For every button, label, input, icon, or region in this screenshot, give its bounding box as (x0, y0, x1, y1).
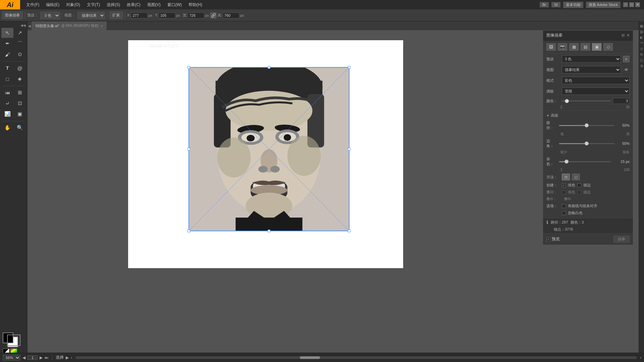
window-minimize[interactable]: − (623, 2, 628, 7)
handle-top-right[interactable] (348, 66, 351, 69)
option2-checkbox[interactable] (562, 211, 566, 215)
handle-middle-right[interactable] (348, 148, 351, 150)
menu-file[interactable]: 文件(F) (23, 1, 43, 9)
trace-panel-min-btn[interactable]: ⊟ (622, 33, 625, 38)
spiral-tool[interactable]: @ (14, 63, 26, 73)
menu-text[interactable]: 文字(T) (84, 1, 103, 9)
trace-mode-gray[interactable]: ▤ (581, 43, 590, 51)
zoom-tool[interactable]: 🔍 (14, 123, 26, 133)
scroll-bar[interactable] (75, 356, 637, 359)
preview-checkbox[interactable] (546, 237, 550, 241)
color-value-input[interactable]: 3 (613, 98, 630, 104)
select-tool[interactable]: ↖ (1, 28, 13, 38)
rect-frame-tool[interactable]: ▣ (14, 109, 26, 119)
right-panel-btn-8[interactable]: ⚙ (640, 53, 643, 56)
noise-slider-thumb[interactable] (565, 160, 569, 164)
right-panel-btn-6[interactable]: ↷ (640, 41, 643, 45)
menu-window[interactable]: 窗口(W) (164, 1, 185, 9)
noise-slider[interactable] (559, 161, 611, 162)
curvature-tool[interactable]: ⌒ (14, 39, 26, 49)
lock-proportions-btn[interactable]: 🔗 (210, 12, 216, 18)
right-panel-btn-4[interactable]: ▤ (640, 30, 643, 34)
handle-middle-left[interactable] (187, 148, 190, 150)
prev-frame-btn[interactable]: ⏮ (1, 87, 13, 98)
right-panel-btn-5[interactable]: ◐ (640, 36, 643, 39)
play-btn[interactable]: ▶ (66, 355, 69, 360)
path-slider-thumb[interactable] (585, 123, 589, 127)
symbol-tool[interactable]: ⊞ (14, 87, 26, 98)
trace-button[interactable]: 描摹 (613, 236, 630, 243)
snap-strokes-checkbox[interactable] (577, 190, 581, 194)
direct-select-tool[interactable]: ↗ (14, 28, 26, 38)
warp-tool[interactable]: ⤾ (1, 98, 13, 108)
page-input[interactable] (28, 355, 38, 360)
trace-mode-color[interactable]: ▣ (592, 43, 601, 51)
eraser-tool[interactable]: ◈ (14, 74, 26, 84)
rectangle-tool[interactable]: □ (1, 74, 13, 84)
menu-edit[interactable]: 编辑(E) (43, 1, 63, 9)
method-adjacent-btn[interactable]: ◻ (572, 174, 580, 180)
corner-slider-thumb[interactable] (585, 141, 589, 145)
type-tool[interactable]: T (1, 63, 13, 73)
create-strokes-checkbox[interactable] (577, 183, 581, 187)
stock-btn[interactable]: St (551, 2, 560, 7)
preset-settings-btn[interactable]: ≡ (623, 56, 630, 62)
trace-panel-close-btn[interactable]: ✕ (627, 33, 630, 38)
h-input[interactable] (223, 12, 239, 18)
w-input[interactable] (187, 12, 204, 18)
handle-top-center[interactable] (268, 66, 270, 69)
menu-effects[interactable]: 效果(C) (123, 1, 144, 9)
tab-scroll-left[interactable]: ◀ (28, 21, 32, 30)
pen-tool[interactable]: ✒ (1, 39, 13, 49)
next-page-btn[interactable]: ▶ (40, 355, 43, 360)
corner-slider[interactable] (559, 143, 614, 144)
menu-help[interactable]: 帮助(H) (185, 1, 206, 9)
window-maximize[interactable]: □ (629, 2, 634, 7)
artboard-btn[interactable] (7, 335, 20, 346)
scroll-right-btn[interactable]: › (640, 355, 641, 360)
search-stock-btn[interactable]: 搜索 Adobe Stock (586, 2, 621, 8)
method-overlap-btn[interactable]: ⊙ (562, 174, 570, 180)
y-input[interactable] (159, 12, 175, 18)
blob-brush-tool[interactable]: ⊙ (14, 49, 26, 59)
handle-bottom-right[interactable] (348, 230, 351, 232)
chart-tool[interactable]: 📊 (1, 109, 13, 119)
trace-mode-bw[interactable]: ▦ (569, 43, 579, 51)
prev-page-btn[interactable]: ◀ (22, 355, 25, 360)
right-panel-btn-3[interactable]: ▦ (640, 24, 643, 28)
path-slider[interactable] (559, 125, 614, 126)
zoom-select[interactable]: 56% (3, 355, 20, 361)
trace-mode-photo[interactable]: 📷 (558, 43, 567, 51)
trace-mode-outline[interactable]: ◇ (603, 43, 613, 51)
workspace-btn[interactable]: 基本功能 (563, 2, 583, 8)
preset-select[interactable]: 3 色 (40, 12, 60, 19)
create-fills-checkbox[interactable] (562, 183, 566, 187)
panel-collapse-btn[interactable]: ◀◀ (20, 23, 26, 27)
option1-checkbox[interactable] (562, 204, 566, 208)
traced-image[interactable] (189, 67, 350, 231)
handle-top-left[interactable] (187, 66, 190, 69)
right-panel-btn-9[interactable]: ◫ (640, 58, 643, 62)
palette-dropdown[interactable]: 受限 (562, 87, 630, 95)
brush-tool[interactable]: 🖌 (1, 49, 13, 59)
view-toggle-btn[interactable]: 👁 (623, 66, 630, 73)
view-dropdown[interactable]: 描摹结果 (562, 66, 621, 73)
transform-tool[interactable]: ⊡ (14, 98, 26, 108)
hand-tool[interactable]: ✋ (1, 123, 13, 133)
mode-dropdown[interactable]: 彩色 (562, 77, 630, 84)
document-tab[interactable]: 特朗普头像.ai* @ 56% (RGB/GPU 预览) × (32, 21, 107, 30)
scroll-left-btn[interactable]: ‹ (71, 355, 72, 360)
right-panel-btn-10[interactable]: ⊞ (640, 64, 643, 68)
handle-bottom-center[interactable] (268, 230, 270, 232)
preset-dropdown[interactable]: 3 色 (562, 55, 621, 63)
expand-button[interactable]: 扩展 (109, 11, 123, 19)
view-select[interactable]: 描摹结果 (77, 12, 105, 19)
advanced-section-header[interactable]: ▼ 高级 (543, 112, 633, 119)
trace-mode-auto[interactable]: 🖼 (546, 43, 556, 51)
snap-fills-checkbox[interactable] (562, 190, 566, 194)
handle-bottom-left[interactable] (187, 230, 190, 232)
menu-view[interactable]: 视图(V) (144, 1, 164, 9)
menu-select[interactable]: 选择(S) (103, 1, 123, 9)
right-panel-btn-7[interactable]: ⊙ (640, 47, 643, 51)
color-slider-thumb[interactable] (565, 99, 569, 103)
